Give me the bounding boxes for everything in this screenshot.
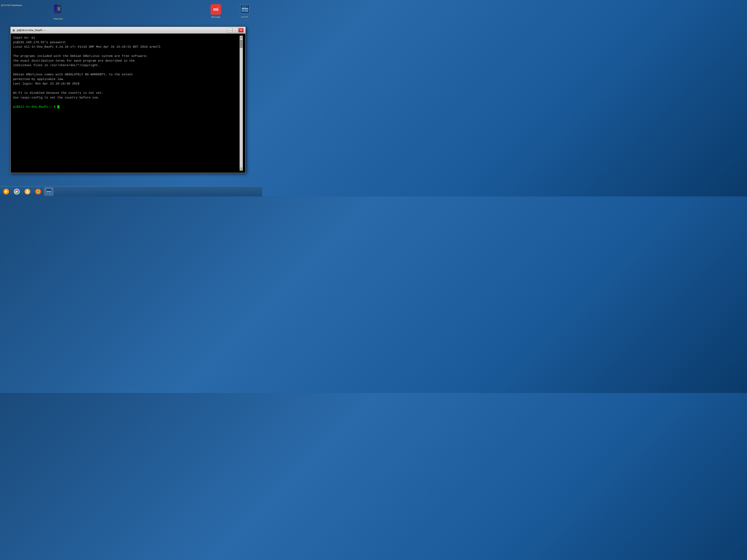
svg-rect-26 [47, 193, 48, 194]
terminal-prompt-line: pi@All-In-One_RasPi:~ $ [13, 105, 239, 109]
irfanview-desktop-icon[interactable]: IrfanView [53, 4, 63, 20]
terminal-line-9: Debian GNU/Linux comes with ABSOLUTELY N… [13, 73, 239, 77]
terminal-line-2: pi@192.168.178.55's password: [13, 40, 239, 45]
firefox-icon [35, 188, 41, 195]
close-button[interactable]: ✕ [238, 28, 244, 32]
terminal-line-7: individual files in /usr/share/doc/*/cop… [13, 63, 239, 68]
terminal-line-5: The programs included with the Debian GN… [13, 54, 239, 59]
terminal-scrollbar[interactable]: ▲ ▼ [239, 36, 243, 171]
taskbar-firefox[interactable] [33, 187, 43, 196]
terminal-output: login as: pi pi@192.168.178.55's passwor… [13, 36, 239, 171]
putty-taskbar-icon [46, 188, 52, 195]
svg-rect-6 [242, 10, 244, 12]
mitoolkit-desktop-icon[interactable]: mi MiToolkit [210, 4, 221, 19]
chrome-icon [14, 188, 20, 195]
svg-rect-25 [47, 191, 51, 192]
svg-point-16 [16, 191, 18, 192]
taskbar-media-player[interactable] [2, 187, 11, 196]
terminal-line-14: Use raspi-config to set the country befo… [13, 96, 239, 100]
putty-titlebar: 🖥 pi@All-In-One_RasPi: ~ — □ ✕ [11, 27, 245, 33]
taskbar [0, 186, 262, 196]
putty-window-title: pi@All-In-One_RasPi: ~ [17, 29, 45, 32]
mitoolkit-icon: mi [210, 4, 221, 15]
maximize-button[interactable]: □ [233, 28, 238, 32]
svg-rect-27 [49, 193, 51, 194]
terminal-line-13: Wi-Fi is disabled because the country is… [13, 91, 239, 96]
terminal-prompt: pi@All-In-One_RasPi:~ $ [13, 105, 55, 109]
putty-icon [240, 4, 250, 15]
svg-point-23 [37, 191, 39, 193]
taskbar-putty[interactable] [44, 187, 53, 196]
taskbar-download-manager[interactable] [23, 187, 32, 196]
scrollbar-down-arrow[interactable]: ▼ [239, 167, 243, 171]
terminal-line-8 [13, 68, 239, 73]
putty-desktop-icon[interactable]: PuTTY [240, 4, 250, 19]
putty-label: PuTTY [241, 16, 249, 19]
download-icon [24, 188, 30, 195]
irfanview-icon [53, 4, 63, 17]
putty-window: 🖥 pi@All-In-One_RasPi: ~ — □ ✕ login as:… [10, 27, 246, 173]
svg-rect-8 [242, 8, 248, 9]
putty-title-icon: 🖥 [12, 29, 15, 32]
terminal-line-1: login as: pi [13, 36, 239, 40]
svg-point-17 [25, 189, 30, 194]
scrollbar-up-arrow[interactable]: ▲ [239, 36, 243, 39]
minimize-button[interactable]: — [227, 28, 232, 32]
terminal-line-15 [13, 100, 239, 105]
terminal-line-12 [13, 86, 239, 91]
terminal-content[interactable]: login as: pi pi@192.168.178.55's passwor… [11, 33, 245, 173]
media-player-icon [3, 188, 9, 195]
mitoolkit-label: MiToolkit [211, 16, 220, 19]
svg-rect-20 [26, 193, 29, 193]
terminal-line-10: permitted by applicable law. [13, 77, 239, 82]
terminal-line-11: Last login: Mon Apr 23 20:18:40 2018 [13, 82, 239, 86]
terminal-line-6: the exact distribution terms for each pr… [13, 59, 239, 63]
svg-rect-19 [26, 192, 29, 192]
terminal-line-3: Linux All-In-One_RasPi 4.14.34-v7+ #1110… [13, 45, 239, 50]
terminal-line-4 [13, 50, 239, 54]
taskbar-chrome[interactable] [12, 187, 21, 196]
svg-rect-7 [244, 10, 248, 12]
terminal-cursor [57, 105, 59, 108]
partial-icon-qca: QCA7420-WallAdapt... [1, 4, 24, 6]
irfanview-label: IrfanView [53, 18, 63, 20]
scrollbar-thumb[interactable] [240, 40, 243, 48]
titlebar-buttons: — □ ✕ [227, 28, 244, 32]
